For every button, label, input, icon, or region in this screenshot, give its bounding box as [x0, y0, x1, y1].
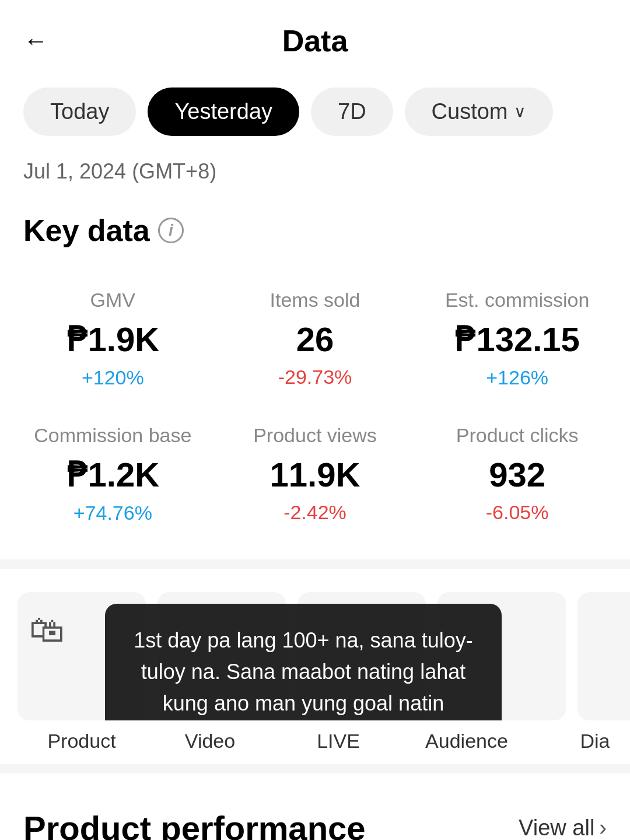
info-icon[interactable]: i — [158, 218, 184, 243]
tooltip-overlay: 1st day pa lang 100+ na, sana tuloy-tulo… — [105, 604, 502, 720]
metric-value-gmv: ₱1.9K — [23, 320, 202, 359]
metric-label-items: Items sold — [226, 289, 405, 312]
metric-value-commbase: ₱1.2K — [23, 455, 202, 495]
tooltip-text: 1st day pa lang 100+ na, sana tuloy-tulo… — [134, 628, 473, 720]
metric-label-clicks: Product clicks — [428, 424, 607, 447]
chevron-down-icon: ∨ — [514, 102, 526, 121]
metric-change-commission: +126% — [428, 366, 607, 389]
key-data-title: Key data — [23, 213, 150, 248]
page-title: Data — [282, 23, 348, 58]
cat-label-video[interactable]: Video — [146, 720, 274, 764]
metric-gmv: GMV ₱1.9K +120% — [12, 271, 214, 407]
section-divider — [0, 559, 630, 569]
metric-commission: Est. commission ₱132.15 +126% — [416, 271, 618, 407]
metric-commission-base: Commission base ₱1.2K +74.76% — [12, 407, 214, 542]
metric-label-commission: Est. commission — [428, 289, 607, 312]
metric-change-items: -29.73% — [226, 366, 405, 388]
metric-label-commbase: Commission base — [23, 424, 202, 447]
metric-label-gmv: GMV — [23, 289, 202, 312]
metric-value-items: 26 — [226, 320, 405, 359]
tab-7d[interactable]: 7D — [311, 88, 393, 136]
metric-change-gmv: +120% — [23, 366, 202, 389]
tab-custom[interactable]: Custom ∨ — [405, 88, 553, 136]
back-button[interactable]: ← — [23, 29, 48, 53]
tab-today[interactable]: Today — [23, 88, 136, 136]
metric-label-views: Product views — [226, 424, 405, 447]
metric-product-clicks: Product clicks 932 -6.05% — [416, 407, 618, 542]
metric-value-clicks: 932 — [428, 455, 607, 494]
category-cards-wrapper: 🛍 1st day pa lang 100+ na, sana tuloy-tu… — [0, 592, 630, 764]
category-card-product[interactable]: 🛍 1st day pa lang 100+ na, sana tuloy-tu… — [18, 592, 146, 720]
category-strip: 🛍 1st day pa lang 100+ na, sana tuloy-tu… — [0, 569, 630, 764]
date-label: Jul 1, 2024 (GMT+8) — [0, 153, 630, 207]
metrics-grid: GMV ₱1.9K +120% Items sold 26 -29.73% Es… — [0, 271, 630, 542]
filter-tabs: Today Yesterday 7D Custom ∨ — [0, 70, 630, 153]
metric-change-commbase: +74.76% — [23, 502, 202, 524]
metric-change-clicks: -6.05% — [428, 501, 607, 524]
category-labels: Product Video LIVE Audience Dia — [0, 720, 630, 764]
cat-label-audience[interactable]: Audience — [402, 720, 531, 764]
cat-label-product[interactable]: Product — [18, 720, 146, 764]
category-cards: 🛍 1st day pa lang 100+ na, sana tuloy-tu… — [0, 592, 630, 720]
bottom-divider — [0, 764, 630, 774]
metric-value-commission: ₱132.15 — [428, 320, 607, 359]
metric-value-views: 11.9K — [226, 455, 405, 494]
chevron-right-icon: › — [599, 816, 607, 840]
metric-product-views: Product views 11.9K -2.42% — [214, 407, 416, 542]
cat-label-live[interactable]: LIVE — [274, 720, 402, 764]
category-card-dia[interactable] — [578, 592, 630, 720]
tab-yesterday[interactable]: Yesterday — [148, 88, 299, 136]
header: ← Data — [0, 0, 630, 70]
key-data-header: Key data i — [0, 207, 630, 271]
view-all-label: View all — [519, 816, 594, 840]
metric-change-views: -2.42% — [226, 501, 405, 524]
product-performance-title: Product performance — [23, 808, 366, 840]
cat-label-dia[interactable]: Dia — [531, 720, 630, 764]
product-performance-header: Product performance View all › — [0, 774, 630, 840]
view-all-button[interactable]: View all › — [519, 816, 607, 840]
metric-items-sold: Items sold 26 -29.73% — [214, 271, 416, 407]
